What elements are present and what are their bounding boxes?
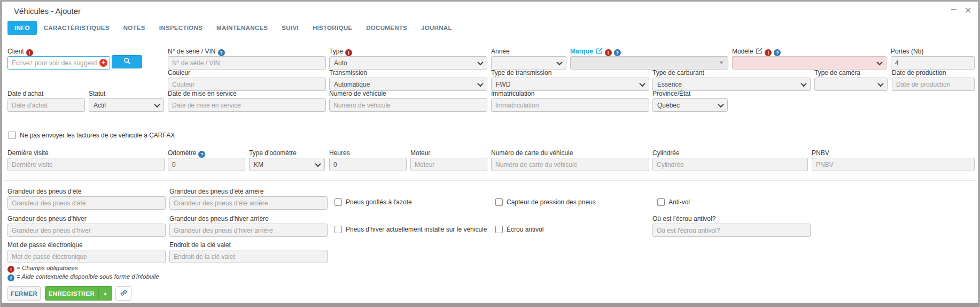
- pneus-hiver-installe-checkbox[interactable]: Pneus d'hiver actuellement installé sur …: [335, 222, 487, 236]
- heures-input[interactable]: [329, 158, 407, 171]
- modele-select[interactable]: [732, 56, 886, 70]
- tab-caracteristiques[interactable]: CARACTÉRISTIQUES: [37, 21, 116, 35]
- checkbox-box: [495, 198, 503, 206]
- antivol-checkbox-label: Anti-vol: [668, 198, 690, 206]
- type-select[interactable]: Auto: [329, 56, 487, 70]
- edit-icon[interactable]: [596, 48, 603, 55]
- province-select[interactable]: Québec: [652, 98, 728, 112]
- copy-link-button[interactable]: [115, 286, 131, 301]
- ecrou-antivol-checkbox[interactable]: Écrou antivol: [495, 222, 543, 236]
- cylindree-input[interactable]: [652, 158, 808, 171]
- help-icon[interactable]: ?: [774, 49, 781, 56]
- checkbox-box: [495, 226, 503, 233]
- statut-select[interactable]: Actif: [89, 98, 164, 112]
- portes-input[interactable]: [891, 56, 975, 70]
- immatriculation-input[interactable]: [491, 98, 649, 112]
- moteur-field: Moteur: [410, 149, 487, 171]
- type-carburant-label: Type de carburant: [652, 69, 704, 76]
- tab-historique[interactable]: HISTORIQUE: [306, 21, 359, 35]
- save-options-button[interactable]: ▲: [98, 286, 112, 301]
- checkbox-box: [335, 226, 342, 233]
- close-icon[interactable]: ✕: [965, 5, 971, 16]
- vin-input[interactable]: [168, 56, 326, 70]
- transmission-select[interactable]: Automatique: [329, 78, 487, 91]
- client-input[interactable]: [7, 56, 110, 70]
- endroit-cle-input[interactable]: [169, 250, 328, 263]
- antivol-checkbox[interactable]: Anti-vol: [657, 195, 690, 209]
- save-split-button: ENREGISTRER ▲: [45, 286, 112, 301]
- type-camera-label: Type de caméra: [814, 69, 860, 76]
- chevron-down-icon: [718, 101, 724, 107]
- type-transmission-select[interactable]: FWD: [491, 78, 649, 91]
- required-icon: !: [345, 49, 352, 56]
- help-icon[interactable]: ?: [198, 151, 205, 158]
- add-client-icon[interactable]: +: [99, 59, 107, 67]
- tab-journal[interactable]: JOURNAL: [414, 21, 459, 35]
- date-achat-input[interactable]: [7, 98, 85, 112]
- client-search-button[interactable]: [112, 55, 142, 68]
- chevron-down-icon: [877, 80, 883, 86]
- minimize-icon[interactable]: –: [951, 3, 956, 14]
- endroit-cle-field: Endroit de la clé valet: [169, 241, 328, 263]
- numero-vehicule-input[interactable]: [329, 98, 487, 112]
- province-label: Province/État: [652, 90, 690, 97]
- annee-label: Année: [491, 48, 510, 55]
- endroit-cle-label: Endroit de la clé valet: [169, 241, 231, 249]
- numero-carte-field: Numéro de carte du véhicule: [491, 149, 649, 171]
- pneus-hiver-input[interactable]: [7, 224, 166, 237]
- type-carburant-select[interactable]: Essence: [652, 78, 811, 91]
- edit-icon[interactable]: [756, 48, 763, 55]
- chevron-down-icon: [477, 59, 483, 65]
- capteur-pression-checkbox[interactable]: Capteur de pression des pneus: [495, 195, 596, 209]
- pneus-ete-arriere-input[interactable]: [169, 196, 328, 210]
- modele-field: Modèle!?: [732, 48, 886, 70]
- tab-maintenances[interactable]: MAINTENANCES: [209, 21, 275, 35]
- mot-passe-input[interactable]: [7, 250, 166, 263]
- numero-carte-input[interactable]: [491, 158, 649, 171]
- pneus-hiver-arriere-input[interactable]: [169, 224, 328, 237]
- tab-documents[interactable]: DOCUMENTS: [359, 21, 414, 35]
- tab-inspections[interactable]: INSPECTIONS: [152, 21, 209, 35]
- moteur-input[interactable]: [410, 158, 487, 171]
- fermer-button[interactable]: FERMER: [7, 286, 41, 301]
- chevron-down-icon: [154, 101, 160, 107]
- tab-info[interactable]: INFO: [7, 21, 37, 35]
- capteur-pression-checkbox-label: Capteur de pression des pneus: [507, 198, 596, 206]
- pnbv-label: PNBV: [812, 149, 829, 157]
- cylindree-label: Cylindrée: [652, 149, 680, 157]
- search-icon: [123, 57, 131, 67]
- odometre-input[interactable]: [168, 158, 245, 171]
- type-odometre-label: Type d'odomètre: [249, 149, 297, 157]
- derniere-visite-input[interactable]: [7, 158, 165, 171]
- date-production-input[interactable]: [892, 78, 975, 91]
- chevron-down-icon: [477, 80, 483, 86]
- checkbox-box: [335, 198, 342, 206]
- type-odometre-select[interactable]: KM: [249, 158, 325, 171]
- pneus-ete-input[interactable]: [7, 196, 166, 210]
- couleur-input[interactable]: [168, 78, 326, 91]
- tab-notes[interactable]: NOTES: [116, 21, 152, 35]
- pnbv-field: PNBV: [812, 149, 975, 171]
- ecrou-ou-input[interactable]: [652, 224, 811, 237]
- azote-checkbox-label: Pneus gonflés à l'azote: [346, 198, 412, 206]
- help-icon[interactable]: ?: [218, 49, 225, 56]
- pneus-ete-arriere-label: Grandeur des pneus d'été arrière: [169, 188, 263, 195]
- annee-field: Année: [491, 48, 566, 70]
- carfax-checkbox[interactable]: Ne pas envoyer les factures de ce véhicu…: [9, 128, 175, 142]
- enregistrer-button[interactable]: ENREGISTRER: [45, 286, 98, 301]
- type-camera-select[interactable]: [814, 78, 888, 91]
- numero-vehicule-label: Numéro de véhicule: [329, 90, 386, 97]
- azote-checkbox[interactable]: Pneus gonflés à l'azote: [335, 195, 412, 209]
- marque-select[interactable]: [570, 56, 728, 70]
- heures-field: Heures: [329, 149, 407, 171]
- checkbox-box: [9, 132, 16, 139]
- type-transmission-field: Type de transmission FWD: [491, 69, 649, 91]
- chevron-down-icon: [315, 160, 321, 166]
- pnbv-input[interactable]: [812, 158, 975, 171]
- date-mise-service-input[interactable]: [168, 98, 326, 112]
- tab-suivi[interactable]: SUIVI: [275, 21, 306, 35]
- vin-label: N° de série / VIN: [168, 48, 216, 55]
- help-icon[interactable]: ?: [614, 49, 621, 56]
- ecrou-antivol-checkbox-label: Écrou antivol: [507, 226, 543, 233]
- annee-select[interactable]: [491, 56, 566, 70]
